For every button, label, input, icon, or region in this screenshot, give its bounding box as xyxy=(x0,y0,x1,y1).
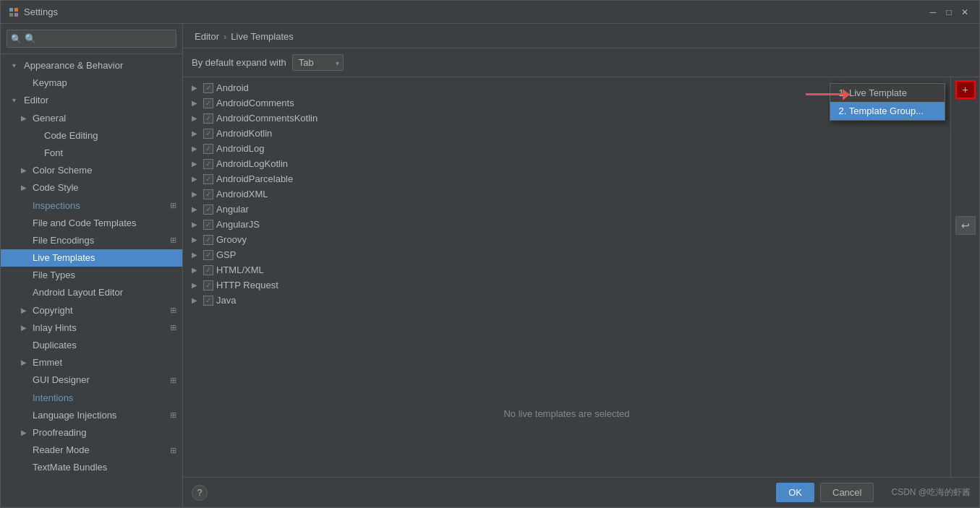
expand-label: By default expand with xyxy=(192,57,286,68)
badge-icon: ⊞ xyxy=(170,410,176,421)
group-checkbox[interactable]: ✓ xyxy=(203,205,213,215)
sidebar-item-file-types[interactable]: File Types xyxy=(1,267,182,284)
sidebar-item-inspections[interactable]: Inspections ⊞ xyxy=(1,197,182,215)
template-group-item[interactable]: ▶ ✓ HTML/XML xyxy=(183,262,950,277)
sidebar-item-reader-mode[interactable]: Reader Mode ⊞ xyxy=(1,442,182,459)
main-panel: Editor › Live Templates By default expan… xyxy=(183,24,979,507)
sidebar-item-keymap[interactable]: Keymap xyxy=(1,74,182,92)
sidebar-item-label: Proofreading xyxy=(33,426,86,439)
group-checkbox[interactable]: ✓ xyxy=(203,174,213,184)
group-checkbox[interactable]: ✓ xyxy=(203,98,213,108)
sidebar-item-copyright[interactable]: ▶ Copyright ⊞ xyxy=(1,302,182,319)
sidebar-item-color-scheme[interactable]: ▶ Color Scheme xyxy=(1,162,182,179)
template-group-item[interactable]: ▶ ✓ AndroidParcelable xyxy=(183,171,950,186)
sidebar-item-label: GUI Designer xyxy=(33,374,90,387)
group-expand-icon: ▶ xyxy=(192,236,200,244)
group-checkbox[interactable]: ✓ xyxy=(203,296,213,306)
group-expand-icon: ▶ xyxy=(192,129,200,137)
sidebar-item-label: General xyxy=(33,112,66,125)
template-group-item[interactable]: ▶ ✓ AndroidXML xyxy=(183,186,950,202)
template-group-item[interactable]: ▶ ✓ GSP xyxy=(183,247,950,262)
group-expand-icon: ▶ xyxy=(192,114,200,122)
template-group-item[interactable]: ▶ ✓ AndroidKotlin xyxy=(183,126,950,141)
sidebar-item-emmet[interactable]: ▶ Emmet xyxy=(1,354,182,371)
sidebar-item-appearance[interactable]: ▾ Appearance & Behavior xyxy=(1,57,182,74)
sidebar-item-language-injections[interactable]: Language Injections ⊞ xyxy=(1,407,182,424)
ok-button[interactable]: OK xyxy=(776,483,814,502)
template-group-item[interactable]: ▶ ✓ HTTP Request xyxy=(183,277,950,293)
group-expand-icon: ▶ xyxy=(192,99,200,107)
expand-icon: ▾ xyxy=(12,61,21,71)
sidebar-item-gui-designer[interactable]: GUI Designer ⊞ xyxy=(1,371,182,389)
group-name: AndroidComments xyxy=(216,98,294,108)
template-group-item[interactable]: ▶ ✓ AndroidLog xyxy=(183,141,950,156)
add-button[interactable]: + xyxy=(955,80,976,99)
group-expand-icon: ▶ xyxy=(192,266,200,274)
sidebar-item-file-code-templates[interactable]: File and Code Templates xyxy=(1,215,182,232)
group-name: HTML/XML xyxy=(216,264,264,275)
group-checkbox[interactable]: ✓ xyxy=(203,220,213,230)
sidebar-item-code-style[interactable]: ▶ Code Style xyxy=(1,179,182,197)
menu-item-template-group[interactable]: 2. Template Group... xyxy=(830,102,945,120)
maximize-button[interactable]: □ xyxy=(942,5,956,20)
group-checkbox[interactable]: ✓ xyxy=(203,159,213,169)
undo-button[interactable]: ↩ xyxy=(955,216,976,235)
svg-rect-0 xyxy=(9,8,13,12)
group-expand-icon: ▶ xyxy=(192,84,200,92)
sidebar-item-label: Reader Mode xyxy=(33,444,90,457)
expand-icon: ▶ xyxy=(21,428,30,438)
sidebar-item-label: Keymap xyxy=(33,77,67,90)
sidebar-item-duplicates[interactable]: Duplicates xyxy=(1,337,182,354)
template-group-item[interactable]: ▶ ✓ Java xyxy=(183,293,950,308)
group-checkbox[interactable]: ✓ xyxy=(203,129,213,139)
bottom-bar: ? OK Cancel CSDN @吃海的虾酱 xyxy=(183,477,979,507)
sidebar-item-proofreading[interactable]: ▶ Proofreading xyxy=(1,424,182,442)
sidebar-item-inlay-hints[interactable]: ▶ Inlay Hints ⊞ xyxy=(1,319,182,337)
group-checkbox[interactable]: ✓ xyxy=(203,144,213,154)
sidebar-item-intentions[interactable]: Intentions xyxy=(1,389,182,407)
template-group-item[interactable]: ▶ ✓ Angular xyxy=(183,202,950,217)
sidebar-item-label: File Encodings xyxy=(33,234,94,247)
template-group-item[interactable]: ▶ ✓ Groovy xyxy=(183,232,950,247)
group-checkbox[interactable]: ✓ xyxy=(203,113,213,124)
search-input[interactable] xyxy=(7,30,176,48)
expand-icon: ▶ xyxy=(21,183,30,193)
sidebar-item-file-encodings[interactable]: File Encodings ⊞ xyxy=(1,232,182,249)
template-group-item[interactable]: ▶ ✓ AndroidLogKotlin xyxy=(183,156,950,171)
cancel-button[interactable]: Cancel xyxy=(820,483,874,502)
sidebar-item-textmate-bundles[interactable]: TextMate Bundles xyxy=(1,459,182,476)
group-checkbox[interactable]: ✓ xyxy=(203,250,213,260)
help-button[interactable]: ? xyxy=(192,485,208,501)
sidebar-item-font[interactable]: Font xyxy=(1,145,182,162)
group-checkbox[interactable]: ✓ xyxy=(203,83,213,93)
sidebar-item-label: Editor xyxy=(24,94,48,107)
search-icon: 🔍 xyxy=(11,34,22,44)
group-expand-icon: ▶ xyxy=(192,205,200,213)
sidebar-item-label: Android Layout Editor xyxy=(33,286,123,299)
sidebar-item-code-editing[interactable]: Code Editing xyxy=(1,127,182,145)
group-checkbox[interactable]: ✓ xyxy=(203,280,213,290)
minimize-button[interactable]: ─ xyxy=(926,5,940,20)
search-wrapper: 🔍 xyxy=(7,30,176,48)
sidebar-item-label: Inspections xyxy=(33,199,80,212)
watermark: CSDN @吃海的虾酱 xyxy=(891,486,971,499)
arrow-indicator xyxy=(806,93,849,95)
toolbar: By default expand with Tab Space Enter ▾ xyxy=(183,48,979,77)
expand-icon: ▶ xyxy=(21,358,30,368)
sidebar-item-label: Inlay Hints xyxy=(33,322,77,335)
sidebar-item-general[interactable]: ▶ General xyxy=(1,110,182,127)
group-checkbox[interactable]: ✓ xyxy=(203,189,213,199)
group-name: Angular xyxy=(216,204,249,215)
sidebar-item-live-templates[interactable]: Live Templates xyxy=(1,249,182,267)
sidebar-item-android-layout[interactable]: Android Layout Editor xyxy=(1,284,182,301)
group-expand-icon: ▶ xyxy=(192,220,200,228)
sidebar-item-label: TextMate Bundles xyxy=(33,461,107,474)
sidebar-item-label: Live Templates xyxy=(33,251,95,264)
expand-dropdown[interactable]: Tab Space Enter xyxy=(292,54,344,71)
template-group-item[interactable]: ▶ ✓ AngularJS xyxy=(183,217,950,232)
group-checkbox[interactable]: ✓ xyxy=(203,265,213,275)
group-checkbox[interactable]: ✓ xyxy=(203,235,213,245)
sidebar-item-editor[interactable]: ▾ Editor xyxy=(1,92,182,109)
close-button[interactable]: ✕ xyxy=(958,5,972,20)
badge-icon: ⊞ xyxy=(170,200,176,211)
